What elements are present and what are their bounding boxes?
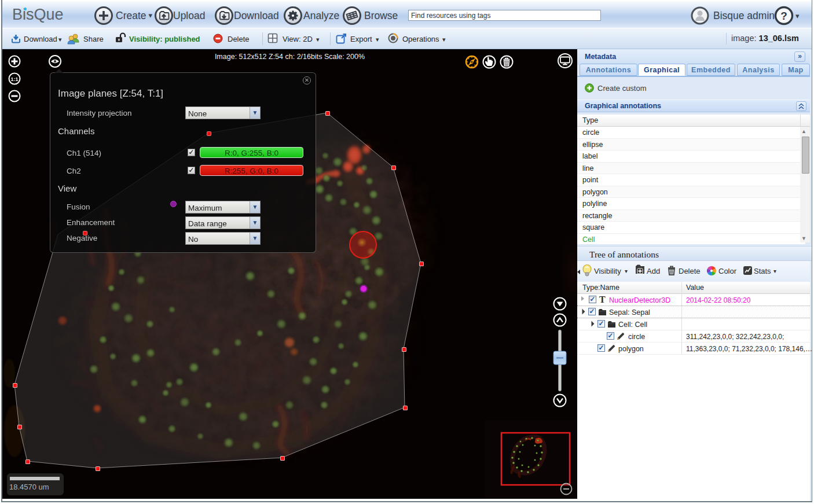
svg-text:?: ? (780, 10, 787, 22)
svg-text:1:1: 1:1 (10, 76, 18, 82)
